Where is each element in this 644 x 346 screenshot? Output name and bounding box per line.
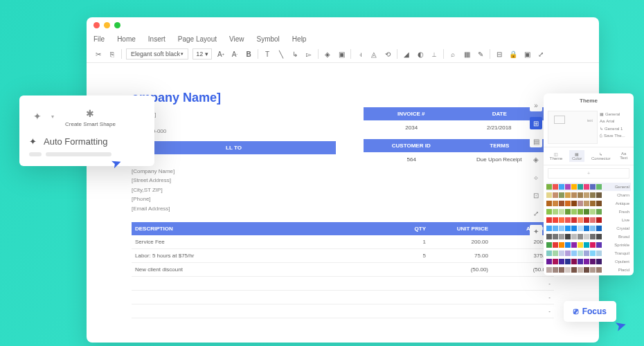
maximize-icon[interactable] [114, 22, 120, 28]
pointer-icon[interactable]: ▻ [304, 49, 314, 59]
palette-row[interactable]: Live [546, 216, 631, 224]
theme-preset[interactable]: ↳General 1 [599, 125, 629, 131]
lock-icon[interactable]: 🔒 [508, 49, 518, 59]
bold-icon[interactable]: B [244, 49, 253, 59]
cut-icon[interactable]: ✂ [93, 49, 103, 59]
group-icon[interactable]: ▣ [337, 49, 346, 59]
sidetool-sparkle-icon[interactable]: ✦ [530, 225, 542, 237]
fill-icon[interactable]: ◢ [402, 49, 411, 59]
table-row: Service Fee1200.00200.00 [132, 235, 554, 249]
app-window: File Home Insert Page Layout View Symbol… [87, 17, 599, 343]
expand-icon[interactable]: ⤢ [536, 49, 546, 59]
sidetool-expand-icon[interactable]: ⤢ [530, 207, 542, 219]
tab-text[interactable]: AaText [617, 150, 630, 162]
theme-preset[interactable]: ▦General [599, 111, 629, 117]
customer-values: 564Due Upon Receipt [364, 152, 547, 167]
menu-file[interactable]: File [93, 35, 105, 43]
sidetool-collapse-icon[interactable]: » [530, 99, 542, 111]
table-row: - [132, 304, 554, 318]
minimize-icon[interactable] [104, 22, 110, 28]
more-icon[interactable]: ▣ [522, 49, 532, 59]
customer-header: CUSTOMER IDTERMS [364, 139, 547, 152]
theme-preset[interactable]: ⎙Save The... [599, 133, 629, 138]
palette-row[interactable]: Antique [546, 199, 631, 208]
increase-size-icon[interactable]: A+ [216, 49, 226, 59]
close-icon[interactable] [93, 22, 100, 28]
bill-to-header: LL TO [132, 141, 336, 154]
cursor-icon: ➤ [613, 316, 629, 335]
palette-label: Charm [617, 193, 631, 197]
col-description: DESCRIPTION [132, 222, 395, 235]
search-icon[interactable]: ⌕ [448, 49, 458, 59]
menu-help[interactable]: Help [292, 35, 307, 43]
auto-format-slider[interactable] [26, 149, 147, 159]
text-icon[interactable]: T [262, 49, 272, 59]
auto-format-popup: ✦ ▾ ✱ Create Smart Shape ✦ Auto Formatti… [19, 95, 154, 166]
copy-icon[interactable]: ⎘ [107, 49, 117, 59]
pen-icon[interactable]: ✎ [476, 49, 485, 59]
palette-row[interactable]: Fresh [546, 208, 631, 216]
sidetool-grid-icon[interactable]: ⊞ [530, 117, 542, 129]
connector-icon[interactable]: ↳ [290, 49, 300, 59]
theme-panel: Theme ▦General AaArial ↳General 1 ⎙Save … [544, 93, 634, 275]
focus-icon: ⎚ [573, 307, 578, 316]
palette-row[interactable]: General [546, 183, 631, 191]
theme-preview[interactable] [548, 111, 598, 144]
tab-connector[interactable]: ↳Connector [589, 150, 614, 162]
shadow-icon[interactable]: ◐ [415, 49, 425, 59]
theme-tabs: ◫Theme ▦Color ↳Connector AaText [544, 147, 634, 165]
create-smart-shape-label: Create Smart Shape [65, 122, 116, 128]
auto-format-icon: ✦ [29, 136, 37, 147]
table-row: Labor: 5 hours at $75/hr575.00375.00 [132, 248, 554, 262]
focus-button[interactable]: ⎚ Focus [564, 301, 616, 322]
sidetool-chart-icon[interactable]: ⊡ [530, 189, 542, 201]
align-left-icon[interactable]: ⫞ [355, 49, 365, 59]
palette-row[interactable]: Sprinkle [546, 241, 631, 249]
menu-page-layout[interactable]: Page Layout [178, 35, 217, 43]
arrange-icon[interactable]: ◬ [369, 49, 379, 59]
palette-row[interactable]: Crystal [546, 224, 631, 233]
crop-icon[interactable]: ⟂ [429, 49, 439, 59]
palette-label: Broad [618, 235, 631, 239]
table-icon[interactable]: ▦ [462, 49, 472, 59]
palette-row[interactable]: Charm [546, 191, 631, 199]
rotate-icon[interactable]: ⟲ [383, 49, 393, 59]
distribute-icon[interactable]: ⊟ [494, 49, 504, 59]
palette-row[interactable]: Placid [546, 266, 631, 274]
palette-row[interactable]: Broad [546, 233, 631, 241]
sidetool-image-icon[interactable]: ▤ [530, 135, 542, 147]
invoice-values: 20342/21/2018 [364, 120, 547, 135]
tab-color[interactable]: ▦Color [569, 150, 584, 162]
theme-add-button[interactable]: + [548, 168, 629, 179]
decrease-size-icon[interactable]: A- [230, 49, 240, 59]
invoice-header: INVOICE #DATE [364, 107, 547, 120]
font-size[interactable]: 12 ▾ [193, 48, 212, 60]
palette-label: Live [622, 218, 631, 222]
invoice-table: DESCRIPTION QTY UNIT PRICE AMOUNT Servic… [132, 222, 554, 318]
font-name: Elegant soft black [131, 51, 180, 57]
menu-home[interactable]: Home [117, 35, 136, 43]
theme-preset[interactable]: AaArial [599, 118, 629, 124]
document: ompany Name] t Address] ST ZIP] :(000)00… [87, 63, 599, 343]
palette-list: GeneralCharmAntiqueFreshLiveCrystalBroad… [544, 181, 634, 275]
sidetool-layers-icon[interactable]: ◈ [530, 153, 542, 165]
palette-label: Antique [616, 201, 631, 206]
palette-row[interactable]: Opulent [546, 257, 631, 266]
auto-formatting-item[interactable]: ✦ Auto Formatting [26, 131, 147, 149]
toolbar: ✂ ⎘ Elegant soft black▾ 12 ▾ A+ A- B T ╲… [87, 46, 599, 63]
sidetool-link-icon[interactable]: ⟐ [530, 171, 542, 183]
tab-theme[interactable]: ◫Theme [547, 150, 566, 162]
palette-row[interactable]: Tranquil [546, 249, 631, 257]
menu-insert[interactable]: Insert [148, 35, 166, 43]
font-select[interactable]: Elegant soft black▾ [126, 48, 188, 60]
table-row: - [132, 290, 554, 304]
menu-view[interactable]: View [229, 35, 244, 43]
smart-shape-icon[interactable]: ✱ [82, 105, 98, 122]
bill-to-list: [Name] [Company Name] [Street Address] [… [132, 154, 336, 214]
sparkle-icon[interactable]: ✦ [29, 108, 46, 125]
layers-icon[interactable]: ◈ [323, 49, 332, 59]
line-icon[interactable]: ╲ [276, 49, 286, 59]
palette-label: Placid [618, 268, 631, 272]
menu-symbol[interactable]: Symbol [257, 35, 280, 43]
palette-label: Crystal [616, 226, 631, 230]
